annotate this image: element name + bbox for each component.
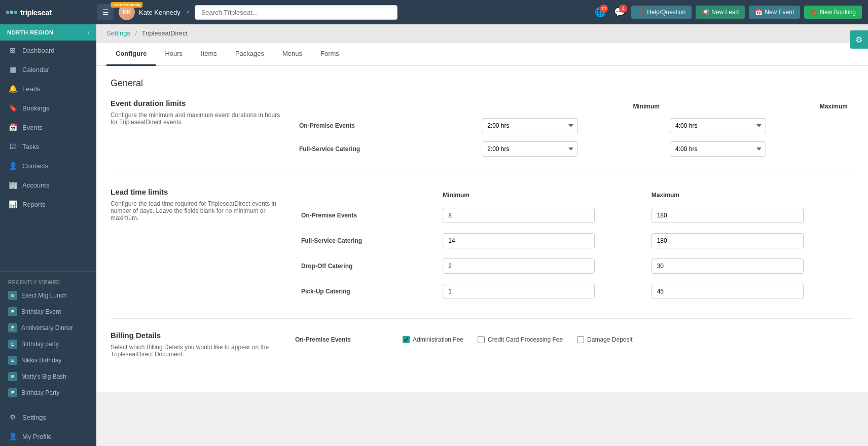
cc-fee-checkbox-label[interactable]: Credit Card Processing Fee: [478, 336, 563, 343]
sidebar-item-settings[interactable]: ⚙ Settings: [0, 407, 96, 427]
dur-max-on-premise-select[interactable]: 1:00 hrs2:00 hrs3:00 hrs4:00 hrs5:00 hrs…: [670, 118, 766, 133]
sidebar-item-my-profile[interactable]: 👤 My Profile: [0, 427, 96, 446]
help-icon: ❓: [637, 9, 645, 16]
logo-dot-3: [14, 11, 17, 14]
search-input[interactable]: [195, 5, 397, 20]
rv-birthday-party2[interactable]: E Birthday Party: [0, 385, 96, 401]
billing-label-on-premise: On-Premise Events: [295, 336, 396, 343]
megaphone-icon: 📢: [702, 9, 709, 16]
sidebar-item-dashboard[interactable]: ⊞ Dashboard: [0, 41, 96, 60]
damage-deposit-checkbox[interactable]: [577, 336, 584, 343]
rv-badge-e5: E: [8, 356, 17, 365]
rv-badge-e: E: [8, 291, 17, 300]
sidebar-divider-1: [0, 271, 96, 272]
region-header[interactable]: NORTH REGION ‹: [0, 24, 96, 41]
dur-min-on-premise-select[interactable]: 1:00 hrs1:30 hrs2:00 hrs2:30 hrs3:00 hrs…: [482, 118, 578, 133]
sidebar-label-leads: Leads: [22, 85, 40, 93]
lt-label-full-service: Full-Service Catering: [295, 228, 437, 253]
tab-packages[interactable]: Packages: [226, 43, 273, 66]
rv-mattys[interactable]: E Matty's Big Bash: [0, 368, 96, 385]
lt-max-on-premise: [645, 203, 854, 228]
divider-1: [111, 175, 854, 175]
tasks-icon: ☑: [8, 142, 17, 151]
rv-label-birthday-party2: Birthday Party: [21, 389, 59, 396]
lt-min-dropoff-input[interactable]: [443, 258, 595, 274]
dur-max-on-premise: 1:00 hrs2:00 hrs3:00 hrs4:00 hrs5:00 hrs…: [666, 114, 854, 137]
rv-label-birthday-party: Birthday party: [21, 341, 59, 348]
event-duration-desc: Configure the minimum and maximum event …: [111, 112, 283, 126]
rv-nikkis[interactable]: E Nikkis Birthday: [0, 352, 96, 368]
lt-min-pickup-input[interactable]: [443, 284, 595, 299]
dur-label-on-premise: On-Premise Events: [295, 114, 478, 137]
lt-max-on-premise-input[interactable]: [652, 208, 804, 223]
lt-min-dropoff: [437, 253, 645, 279]
sidebar-item-contacts[interactable]: 👤 Contacts: [0, 156, 96, 175]
duration-table: Minimum Maximum On-Premise Events: [295, 99, 854, 161]
settings-gear-button[interactable]: ⚙: [850, 30, 868, 49]
tab-menus[interactable]: Menus: [273, 43, 311, 66]
lt-min-full-service-input[interactable]: [443, 233, 595, 248]
rv-birthday-event[interactable]: E Birthday Event: [0, 304, 96, 320]
sidebar-item-bookings[interactable]: 🔖 Bookings: [0, 98, 96, 118]
sidebar-item-accounts[interactable]: 🏢 Accounts: [0, 175, 96, 195]
breadcrumb-settings-link[interactable]: Settings: [106, 29, 130, 37]
lt-row-dropoff: Drop-Off Catering: [295, 253, 854, 279]
damage-deposit-label: Damage Deposit: [587, 336, 632, 343]
dur-max-full-service-select[interactable]: 1:00 hrs2:00 hrs3:00 hrs4:00 hrs5:00 hrs…: [670, 141, 766, 157]
admin-fee-checkbox[interactable]: [403, 336, 410, 343]
new-event-button[interactable]: 📅 New Event: [749, 6, 800, 19]
avatar: Kate Kennedy KK: [119, 4, 135, 20]
lt-min-full-service: [437, 228, 645, 253]
rv-birthday-party[interactable]: E Birthday party: [0, 336, 96, 352]
tab-forms[interactable]: Forms: [311, 43, 348, 66]
lt-max-pickup-input[interactable]: [652, 284, 804, 299]
sidebar-item-leads[interactable]: 🔔 Leads: [0, 79, 96, 98]
globe-badge: 13: [600, 5, 608, 13]
damage-deposit-checkbox-label[interactable]: Damage Deposit: [577, 336, 632, 343]
top-nav-actions: 🌐 13 💬 4 ❓ Help/Question 📢 New Lead 📅 Ne…: [593, 5, 862, 20]
tabs-bar: Configure Hours Items Packages Menus For…: [96, 43, 868, 66]
admin-fee-checkbox-label[interactable]: Administration Fee: [403, 336, 463, 343]
lt-th-label: [295, 188, 437, 203]
help-button[interactable]: ❓ Help/Question: [631, 6, 692, 19]
content-area: Configure Hours Items Packages Menus For…: [96, 43, 868, 446]
cc-fee-checkbox[interactable]: [478, 336, 485, 343]
rv-anniversary[interactable]: E Anniversary Dinner: [0, 320, 96, 336]
admin-fee-label: Administration Fee: [413, 336, 463, 343]
new-lead-button[interactable]: 📢 New Lead: [696, 6, 745, 19]
lt-max-dropoff-input[interactable]: [652, 258, 804, 274]
sidebar-item-reports[interactable]: 📊 Reports: [0, 195, 96, 214]
sidebar-item-events[interactable]: 📅 Events: [0, 118, 96, 137]
event-duration-layout: Event duration limits Configure the mini…: [111, 99, 854, 161]
rv-label-exect: Exect Mtg Lunch: [21, 292, 66, 299]
new-booking-button[interactable]: 🔖 New Booking: [804, 6, 862, 19]
tab-hours[interactable]: Hours: [156, 43, 192, 66]
tab-items[interactable]: Items: [192, 43, 226, 66]
lt-min-on-premise-input[interactable]: [443, 208, 595, 223]
sidebar-label-my-profile: My Profile: [22, 433, 52, 440]
sidebar-label-events: Events: [22, 124, 43, 131]
dur-min-full-service: 1:00 hrs1:30 hrs2:00 hrs2:30 hrs3:00 hrs…: [478, 137, 666, 161]
user-section[interactable]: Kate Kennedy KK Kate Kennedy ↗: [119, 4, 190, 20]
rv-exect-mtg[interactable]: E Exect Mtg Lunch: [0, 287, 96, 304]
main-layout: NORTH REGION ‹ ⊞ Dashboard ▦ Calendar 🔔 …: [0, 24, 868, 446]
sidebar-label-dashboard: Dashboard: [22, 47, 55, 54]
lt-min-on-premise: [437, 203, 645, 228]
tab-configure[interactable]: Configure: [106, 43, 156, 66]
billing-desc: Select which Billing Details you would l…: [111, 344, 283, 358]
dur-min-full-service-select[interactable]: 1:00 hrs1:30 hrs2:00 hrs2:30 hrs3:00 hrs…: [482, 141, 578, 157]
leads-icon: 🔔: [8, 85, 17, 93]
bookmark-icon: 🔖: [810, 9, 818, 16]
chat-button[interactable]: 💬 4: [612, 5, 627, 20]
sidebar-label-contacts: Contacts: [22, 162, 48, 170]
logo-icon: [6, 11, 17, 14]
new-event-label: New Event: [765, 9, 794, 16]
globe-button[interactable]: 🌐 13: [593, 5, 608, 20]
sidebar-item-tasks[interactable]: ☑ Tasks: [0, 137, 96, 156]
lt-max-full-service-input[interactable]: [652, 233, 804, 248]
sidebar-item-calendar[interactable]: ▦ Calendar: [0, 60, 96, 79]
breadcrumb-current: TripleseatDirect: [142, 29, 188, 37]
reports-icon: 📊: [8, 200, 17, 208]
recently-viewed-label: Recently Viewed: [0, 275, 96, 287]
duration-row-full-service: Full-Service Catering 1:00 hrs1:30 hrs2:…: [295, 137, 854, 161]
